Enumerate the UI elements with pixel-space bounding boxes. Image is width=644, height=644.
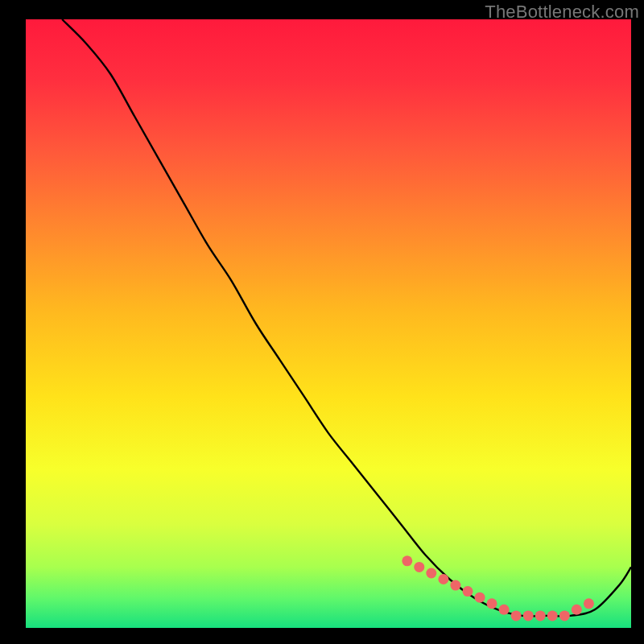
sweet-spot-dot [584, 598, 594, 609]
sweet-spot-dot [572, 605, 582, 615]
sweet-spot-dot [450, 580, 460, 591]
sweet-spot-dot [499, 605, 510, 615]
sweet-spot-dot [438, 574, 448, 584]
sweet-spot-dot [547, 610, 558, 621]
sweet-spot-dot [475, 592, 485, 603]
sweet-spot-dot [523, 610, 534, 621]
sweet-spot-dot [511, 610, 522, 621]
sweet-spot-dot [559, 610, 570, 621]
watermark-label: TheBottleneck.com [485, 2, 639, 23]
sweet-spot-dot [535, 610, 546, 621]
chart-gradient-bg [26, 19, 631, 628]
chart-stage: TheBottleneck.com [0, 0, 644, 644]
sweet-spot-dot [414, 562, 424, 572]
bottleneck-chart [0, 0, 644, 644]
sweet-spot-dot [487, 598, 497, 609]
sweet-spot-dot [463, 586, 473, 597]
sweet-spot-dot [426, 568, 436, 579]
sweet-spot-dot [402, 555, 412, 566]
